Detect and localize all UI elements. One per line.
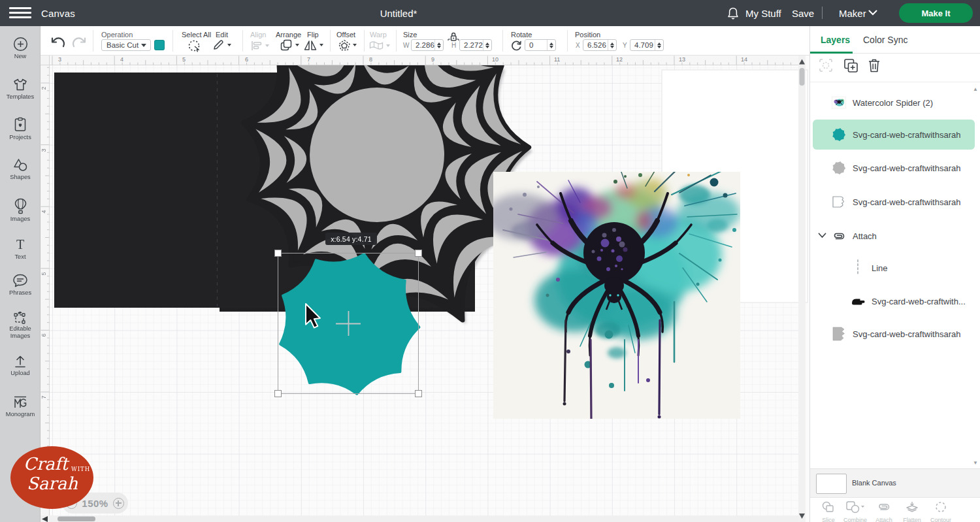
action-flatten[interactable]: Flatten — [898, 500, 926, 522]
rotate-icon[interactable] — [510, 40, 523, 51]
y-position-field[interactable] — [630, 39, 664, 51]
height-field[interactable] — [459, 39, 492, 51]
ruler-number: 7 — [41, 395, 47, 399]
my-stuff-link[interactable]: My Stuff — [745, 8, 781, 19]
make-it-button[interactable]: Make It — [899, 3, 973, 23]
duplicate-icon[interactable] — [843, 58, 858, 73]
operation-color-swatch[interactable] — [154, 40, 165, 50]
warp-label: Warp — [370, 31, 387, 39]
width-stepper[interactable] — [434, 40, 443, 50]
flip-icon[interactable] — [304, 39, 317, 52]
arrange-icon[interactable] — [280, 39, 292, 51]
arrange-caret-icon[interactable] — [295, 44, 299, 46]
edit-label[interactable]: Edit — [216, 31, 228, 39]
edit-caret-icon[interactable] — [227, 44, 231, 46]
blank-canvas-row[interactable]: Blank Canvas — [810, 468, 980, 497]
height-input[interactable] — [460, 41, 483, 49]
layer-row-watercolor-spider[interactable]: Watercolor Spider (2) — [813, 88, 975, 118]
notifications-bell-icon[interactable] — [727, 7, 740, 20]
resize-handle-top-right[interactable] — [416, 250, 422, 257]
width-axis-label: W — [403, 42, 409, 49]
ruler-number: 5 — [182, 56, 186, 63]
rotate-field[interactable] — [525, 39, 556, 51]
resize-handle-bottom-right[interactable] — [416, 391, 422, 397]
select-all-icon[interactable] — [188, 39, 201, 52]
sidebar-item-text[interactable]: T Text — [0, 238, 41, 261]
sidebar-item-new[interactable]: New — [0, 37, 41, 60]
blank-canvas-swatch[interactable] — [816, 474, 847, 494]
blank-canvas-label: Blank Canvas — [852, 479, 896, 487]
edit-pencil-icon[interactable] — [212, 39, 225, 52]
flip-label[interactable]: Flip — [307, 31, 319, 39]
action-combine[interactable]: Combine — [841, 500, 870, 522]
trash-icon[interactable] — [868, 58, 881, 73]
layer-row-svg-card-black[interactable]: Svg-card-web-craftwith... — [813, 286, 975, 316]
machine-selector[interactable]: Maker — [839, 8, 866, 19]
layer-label: Svg-card-web-craftwith... — [872, 297, 966, 306]
layer-label: Svg-card-web-craftwithsarah — [853, 197, 960, 207]
resize-handle-bottom-left[interactable] — [275, 391, 282, 397]
height-stepper[interactable] — [483, 40, 491, 50]
width-field[interactable] — [411, 39, 444, 51]
flatten-icon — [905, 500, 919, 514]
ruler-number: 10 — [492, 56, 498, 63]
document-title[interactable]: Untitled* — [353, 8, 444, 19]
action-contour[interactable]: Contour — [926, 500, 955, 522]
sidebar-item-phrases[interactable]: Phrases — [0, 273, 41, 297]
tab-layers[interactable]: Layers — [821, 35, 850, 45]
sidebar-item-monogram[interactable]: Monogram — [0, 395, 41, 418]
sidebar-item-images[interactable]: Images — [0, 198, 41, 223]
chevron-down-icon[interactable] — [868, 10, 877, 16]
zoom-in-button[interactable] — [113, 498, 124, 509]
sidebar-item-shapes[interactable]: Shapes — [0, 157, 41, 181]
resize-handle-top-left[interactable] — [275, 250, 282, 257]
sidebar-item-editable-images[interactable]: Editable Images — [0, 310, 41, 340]
design-canvas[interactable] — [41, 56, 809, 522]
action-attach[interactable]: Attach — [870, 500, 898, 522]
tab-color-sync[interactable]: Color Sync — [863, 35, 907, 45]
sidebar-label: Text — [0, 253, 41, 261]
operation-select[interactable]: Basic Cut — [101, 39, 151, 51]
y-stepper[interactable] — [655, 40, 663, 50]
toolbar-divider — [172, 30, 173, 52]
contour-icon — [934, 500, 948, 514]
layer-row-svg-card-gray[interactable]: Svg-card-web-craftwithsarah — [813, 153, 975, 183]
offset-label[interactable]: Offset — [336, 31, 355, 39]
menu-hamburger-icon[interactable] — [9, 7, 31, 19]
x-position-input[interactable] — [583, 41, 608, 49]
arrange-label[interactable]: Arrange — [276, 31, 301, 39]
horizontal-scroll-thumb[interactable] — [57, 517, 95, 522]
sidebar-item-templates[interactable]: Templates — [0, 77, 41, 101]
size-lock-icon[interactable] — [448, 31, 459, 42]
layer-row-svg-card-white[interactable]: Svg-card-web-craftwithsarah — [813, 187, 975, 217]
chevron-down-icon[interactable] — [818, 233, 826, 238]
rotate-input[interactable] — [525, 41, 547, 49]
offset-icon[interactable] — [338, 39, 351, 52]
x-stepper[interactable] — [608, 40, 616, 50]
watercolor-spider-image[interactable] — [485, 155, 740, 425]
offset-caret-icon[interactable] — [353, 44, 357, 46]
redo-icon[interactable] — [71, 36, 87, 48]
layer-row-line[interactable]: Line — [813, 253, 975, 283]
action-slice[interactable]: Slice — [814, 500, 843, 522]
layer-row-svg-card-selected[interactable]: Svg-card-web-craftwithsarah — [813, 120, 975, 150]
layer-group-attach[interactable]: Attach — [813, 221, 975, 251]
x-position-field[interactable] — [583, 39, 617, 51]
rotate-stepper[interactable] — [547, 40, 555, 50]
flip-caret-icon[interactable] — [319, 44, 323, 46]
layer-row-svg-card-gray2[interactable]: Svg-card-web-craftwithsarah — [813, 319, 975, 349]
undo-icon[interactable] — [50, 36, 66, 48]
logo-word-with: with — [71, 466, 90, 472]
edit-toolbar: Operation Basic Cut Select All Edit Alig… — [41, 26, 809, 56]
sidebar-item-upload[interactable]: Upload — [0, 354, 41, 377]
y-position-input[interactable] — [630, 41, 655, 49]
save-link[interactable]: Save — [792, 8, 814, 19]
select-all-label[interactable]: Select All — [182, 31, 211, 39]
panel-scroll-up-icon[interactable]: ▲ — [973, 86, 978, 92]
logo-word-sarah: Sarah — [18, 474, 86, 493]
width-input[interactable] — [412, 41, 434, 49]
y-axis-label: Y — [623, 42, 627, 49]
vertical-scroll-thumb[interactable] — [800, 68, 805, 86]
panel-scroll-down-icon[interactable]: ▼ — [973, 460, 978, 466]
sidebar-item-projects[interactable]: Projects — [0, 117, 41, 141]
